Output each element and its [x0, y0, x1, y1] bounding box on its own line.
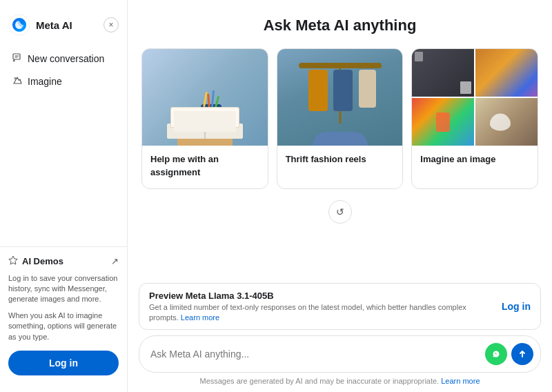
- card-thrift[interactable]: Thrift fashion reels: [277, 48, 404, 189]
- collage-cell-art: [475, 49, 538, 97]
- card-thrift-body: Thrift fashion reels: [277, 146, 403, 175]
- card-imagine-body: Imagine an image: [412, 146, 538, 175]
- whatsapp-icon: [490, 348, 502, 360]
- preview-title: Preview Meta Llama 3.1-405B: [149, 291, 493, 301]
- collage-cell-horse: [475, 98, 538, 146]
- sidebar: Meta AI × New conversation Imagine: [0, 0, 128, 392]
- send-button[interactable]: [511, 343, 533, 365]
- ai-demos-arrow[interactable]: ↗: [111, 256, 119, 266]
- svg-rect-1: [13, 54, 20, 59]
- sidebar-bottom: AI Demos ↗ Log in to save your conversat…: [0, 246, 127, 384]
- logo-area: Meta AI: [8, 14, 72, 36]
- clothes-item1: [308, 70, 328, 111]
- ai-demos-icon: [8, 255, 18, 268]
- chat-input-row: [139, 335, 541, 373]
- refresh-button[interactable]: ↺: [328, 200, 352, 224]
- collage-cell-dark: [412, 49, 474, 97]
- card-assignment[interactable]: Help me with an assignment: [141, 48, 268, 189]
- preview-login-button[interactable]: Log in: [493, 301, 531, 312]
- disclaimer-text: Messages are generated by AI and may be …: [199, 377, 439, 385]
- clothes-rack: [299, 63, 382, 68]
- cards-grid: Help me with an assignment Thrift fashio…: [141, 48, 538, 189]
- bottom-area: Preview Meta Llama 3.1-405B Get a limite…: [128, 277, 552, 392]
- sidebar-login-desc: Log in to save your conversation history…: [8, 273, 119, 305]
- ai-demos-row: AI Demos ↗: [8, 255, 119, 268]
- svg-marker-3: [9, 256, 17, 264]
- sidebar-header: Meta AI ×: [0, 8, 127, 47]
- preview-learn-more-link[interactable]: Learn more: [181, 313, 219, 322]
- preview-desc: Get a limited number of text-only respon…: [149, 302, 493, 322]
- svg-point-2: [14, 78, 16, 79]
- new-conversation-icon: [12, 52, 22, 64]
- imagine-icon: [12, 75, 22, 87]
- book-open: [167, 124, 243, 139]
- card-thrift-label: Thrift fashion reels: [286, 154, 366, 164]
- card-imagine[interactable]: Imagine an image: [411, 48, 538, 189]
- sidebar-nav: New conversation Imagine: [0, 47, 127, 246]
- chat-input[interactable]: [150, 349, 480, 360]
- sidebar-item-imagine[interactable]: Imagine: [6, 70, 121, 92]
- main-content: Ask Meta AI anything: [128, 0, 552, 277]
- clothes-pile: [313, 132, 368, 146]
- sidebar-item-new-conversation[interactable]: New conversation: [6, 47, 121, 70]
- imagine-label: Imagine: [28, 76, 62, 87]
- disclaimer: Messages are generated by AI and may be …: [139, 377, 541, 388]
- sidebar-logo-text: Meta AI: [36, 19, 72, 31]
- clothes-item2: [333, 70, 353, 111]
- send-icon: [518, 349, 527, 359]
- main-title: Ask Meta AI anything: [264, 17, 417, 35]
- close-button[interactable]: ×: [103, 17, 119, 32]
- new-conversation-label: New conversation: [28, 53, 104, 64]
- card-assignment-image: [142, 49, 268, 146]
- card-assignment-label: Help me with an assignment: [150, 154, 219, 177]
- meta-ai-logo: [8, 14, 30, 36]
- preview-text: Preview Meta Llama 3.1-405B Get a limite…: [149, 291, 493, 322]
- ai-demos-label: AI Demos: [22, 256, 63, 266]
- whatsapp-button[interactable]: [485, 343, 507, 365]
- sidebar-imagine-desc: When you ask AI to imagine something, op…: [8, 311, 119, 342]
- card-imagine-label: Imagine an image: [420, 154, 495, 164]
- ai-demos-left: AI Demos: [8, 255, 63, 268]
- sidebar-login-button[interactable]: Log in: [8, 351, 119, 375]
- card-thrift-image: [277, 49, 403, 146]
- card-assignment-body: Help me with an assignment: [142, 146, 268, 188]
- refresh-icon: ↺: [336, 206, 344, 217]
- collage-cell-colorful: [412, 98, 474, 146]
- input-actions: [485, 343, 533, 365]
- clothes-item3: [359, 70, 376, 108]
- preview-banner: Preview Meta Llama 3.1-405B Get a limite…: [139, 283, 541, 330]
- main-panel: Ask Meta AI anything: [128, 0, 552, 392]
- disclaimer-link[interactable]: Learn more: [441, 377, 480, 385]
- card-imagine-image: [412, 49, 538, 146]
